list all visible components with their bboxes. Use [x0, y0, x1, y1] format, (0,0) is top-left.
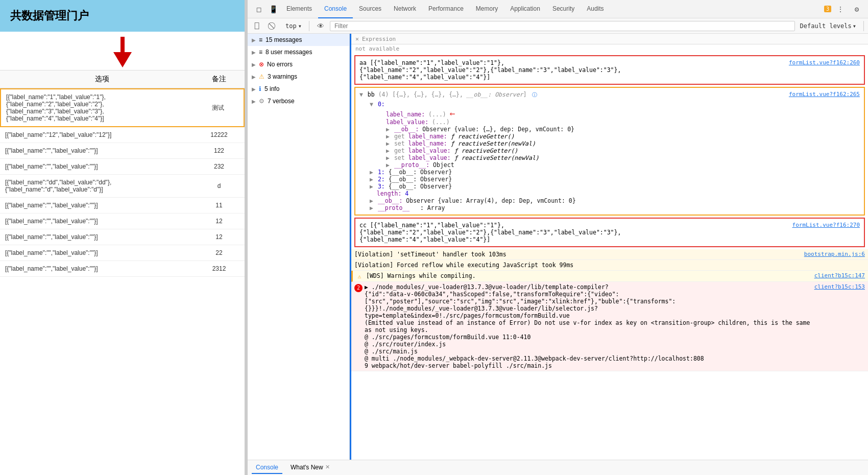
sidebar-item[interactable]: ▶⚠3 warnings — [248, 70, 349, 83]
filter-input[interactable] — [332, 21, 792, 31]
tab-close-btn[interactable]: ✕ — [325, 464, 330, 470]
table-row[interactable]: [{"label_name":"","label_value":""}]122 — [0, 143, 245, 159]
console-cc-source[interactable]: formList.vue?f16:270 — [792, 222, 860, 228]
warning-badge: 3 — [824, 6, 831, 12]
table-row[interactable]: [{"label_name":"1","label_value":"1"},{"… — [0, 88, 245, 127]
device-icon[interactable]: 📱 — [266, 2, 280, 16]
sidebar-item[interactable]: ▶⊗No errors — [248, 58, 349, 70]
devtools-right-icons: 3 ⋮ ⚙ — [822, 2, 864, 16]
row-value: [{"label_name":"","label_value":""}] — [5, 163, 199, 170]
devtools-tab-memory[interactable]: Memory — [470, 0, 504, 18]
node-error-source[interactable]: client?b15c:153 — [814, 283, 865, 369]
sidebar-item[interactable]: ▶ℹ5 info — [248, 83, 349, 95]
list-icon: ≡ — [259, 49, 262, 56]
bb-proto-expand[interactable]: ▶ — [370, 204, 373, 211]
devtools-tab-application[interactable]: Application — [504, 0, 546, 18]
bb-1-expand[interactable]: ▶ — [370, 169, 373, 176]
expand-arrow[interactable]: ▶ — [252, 86, 256, 92]
column-remark-header: 备注 — [199, 75, 239, 84]
expand-arrow[interactable]: ▶ — [252, 99, 256, 104]
table-row[interactable]: [{"label_name":"","label_value":""}]12 — [0, 229, 245, 245]
inspect-icon[interactable]: □ — [252, 2, 266, 16]
devtools-tab-network[interactable]: Network — [388, 0, 422, 18]
console-bb-source[interactable]: formList.vue?f162:265 — [789, 91, 860, 98]
wds-source[interactable]: client?b15c:147 — [814, 272, 865, 279]
bb-ob2-expand[interactable]: ▶ — [370, 197, 373, 204]
expand-arrow[interactable]: ▶ — [252, 74, 256, 80]
bb-proto0-expand[interactable]: ▶ — [386, 161, 390, 169]
expression-close[interactable]: ✕ — [355, 35, 359, 42]
sidebar-item[interactable]: ▶⚙7 verbose — [248, 95, 349, 107]
console-cc-content: cc [{"label_name":"1","label_value":"1"}… — [359, 222, 621, 243]
expand-arrow[interactable]: ▶ — [252, 37, 256, 43]
expand-arrow[interactable]: ▶ — [252, 50, 256, 55]
column-option-header: 选项 — [5, 75, 199, 84]
levels-label: Default levels — [800, 22, 852, 30]
more-options-icon[interactable]: ⋮ — [833, 2, 848, 16]
warning-icon: ⚠ — [259, 73, 264, 80]
block-icon[interactable]: ⃠ — [266, 19, 280, 33]
context-select[interactable]: top ▾ — [282, 21, 305, 31]
devtools-toolbar: ⎕ ⃠ top ▾ 👁 Default levels ▾ — [248, 18, 868, 34]
row-value: [{"label_name":"","label_value":""}] — [5, 265, 199, 272]
wds-content: [WDS] Warnings while compiling. — [366, 272, 811, 279]
row-value: [{"label_name":"1","label_value":"1"},{"… — [6, 93, 198, 122]
bb-get2-expand[interactable]: ▶ — [386, 147, 390, 154]
violation1-content: [Violation] 'setTimeout' handler took 10… — [354, 251, 801, 258]
arrow-shaft — [120, 37, 125, 52]
console-aa-content: aa [{"label_name":"1","label_value":"1"}… — [359, 59, 621, 81]
devtools-tab-sources[interactable]: Sources — [353, 0, 388, 18]
violation1-source[interactable]: bootstrap.min.js:6 — [804, 251, 865, 257]
table-row[interactable]: [{"label_name":"dd","label_value":"dd"},… — [0, 175, 245, 198]
info-icon: ℹ — [259, 85, 261, 92]
console-aa-source[interactable]: formList.vue?f162:260 — [789, 59, 860, 66]
table-row[interactable]: [{"label_name":"","label_value":""}]2312 — [0, 261, 245, 277]
console-violation1: [Violation] 'setTimeout' handler took 10… — [351, 249, 868, 260]
devtools-tab-elements[interactable]: Elements — [280, 0, 318, 18]
bb-0-expand[interactable]: ▼ — [370, 101, 373, 108]
console-wds: ⚠ [WDS] Warnings while compiling. client… — [351, 271, 868, 282]
context-label: top — [285, 22, 297, 30]
bb-get1-expand[interactable]: ▶ — [386, 133, 390, 140]
row-value: [{"label_name":"dd","label_value":"dd"},… — [5, 179, 199, 193]
console-violation2: [Violation] Forced reflow while executin… — [351, 260, 868, 271]
row-remark: 12 — [199, 218, 239, 225]
context-dropdown-icon: ▾ — [298, 22, 302, 30]
expression-value: not available — [351, 44, 868, 53]
dock-icon[interactable]: ⎕ — [250, 19, 264, 33]
bb-2-expand[interactable]: ▶ — [370, 176, 373, 183]
table-row[interactable]: [{"label_name":"","label_value":""}]12 — [0, 213, 245, 229]
devtools-tab-performance[interactable]: Performance — [422, 0, 470, 18]
violation2-content: [Violation] Forced reflow while executin… — [354, 262, 865, 269]
arrow-indicator — [0, 32, 245, 70]
table-row[interactable]: [{"label_name":"","label_value":""}]11 — [0, 198, 245, 213]
bb-set1-expand[interactable]: ▶ — [386, 140, 390, 147]
eye-icon[interactable]: 👁 — [314, 19, 328, 33]
settings-icon[interactable]: ⚙ — [850, 2, 864, 16]
expand-arrow[interactable]: ▶ — [252, 62, 256, 67]
filter-area[interactable] — [330, 21, 795, 31]
bb-expand-arrow[interactable]: ▼ — [359, 91, 363, 98]
error-badge: 2 — [354, 284, 363, 292]
table-row[interactable]: [{"label_name":"12","label_value":"12"}]… — [0, 127, 245, 143]
table-row[interactable]: [{"label_name":"","label_value":""}]22 — [0, 245, 245, 261]
toolbar-sep1 — [309, 21, 309, 31]
sidebar-item-label: No errors — [267, 61, 345, 68]
bb-3-expand[interactable]: ▶ — [370, 183, 373, 190]
devtools-tab-console[interactable]: Console — [318, 0, 353, 18]
bb-ob-expand[interactable]: ▶ — [386, 126, 390, 133]
bottom-tab-what's-new[interactable]: What's New✕ — [286, 462, 334, 474]
devtools-tab-audits[interactable]: Audits — [581, 0, 610, 18]
devtools-tab-security[interactable]: Security — [546, 0, 581, 18]
node-error-content: ▶ ./node_modules/_vue-loader@13.7.3@vue-… — [365, 283, 814, 369]
bb-set2-expand[interactable]: ▶ — [386, 154, 390, 161]
sidebar-item[interactable]: ▶≡8 user messages — [248, 46, 349, 58]
levels-select[interactable]: Default levels ▾ — [797, 21, 859, 31]
table-row[interactable]: [{"label_name":"","label_value":""}]232 — [0, 159, 245, 175]
console-cc-box: cc [{"label_name":"1","label_value":"1"}… — [354, 218, 865, 247]
sidebar-item[interactable]: ▶≡15 messages — [248, 34, 349, 46]
devtools-sidebar: ▶≡15 messages▶≡8 user messages▶⊗No error… — [248, 34, 350, 460]
bottom-tab-console[interactable]: Console — [252, 462, 282, 474]
row-remark: d — [199, 182, 239, 189]
bottom-tab-label: What's New — [291, 464, 323, 471]
